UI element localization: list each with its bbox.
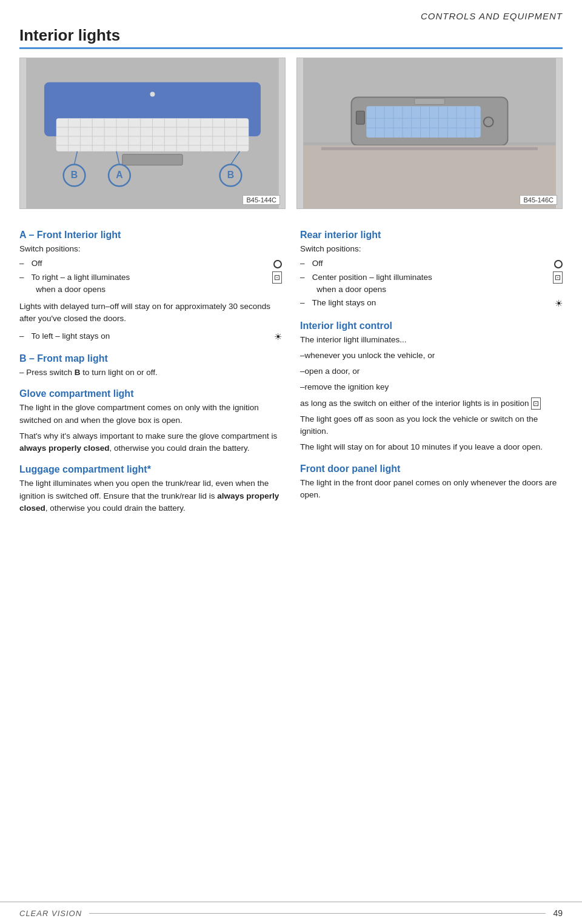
rays-icon-2: ☀ — [555, 297, 563, 311]
off-circle-icon — [273, 260, 282, 268]
dash-2: – — [19, 271, 29, 284]
rear-interior-image: B45-146C — [296, 58, 563, 209]
ic-text-1: The interior light illuminates... — [300, 334, 563, 346]
right-column: Rear interior light Switch positions: – … — [300, 220, 563, 518]
rear-sw-center-icon: ⊡ — [540, 271, 563, 284]
delay-text: Lights with delayed turn–off will stay o… — [19, 301, 282, 325]
glove-heading: Glove compartment light — [19, 388, 282, 399]
footer-divider — [89, 913, 546, 914]
sw-rays-icon-1: ☀ — [259, 330, 282, 344]
front-door-heading: Front door panel light — [300, 464, 563, 474]
switch-right-row: – To right – a light illuminates when a … — [19, 271, 282, 296]
rear-switch-center-row: – Center position – light illuminates wh… — [300, 271, 563, 296]
sw-rays-icon-2: ☀ — [540, 297, 563, 311]
lamp-icon-1: ⊡ — [272, 271, 282, 284]
rear-sw-center-text: Center position – light illuminates when… — [310, 271, 540, 296]
rear-sw-off-icon — [540, 258, 563, 270]
ic-text-5: as long as the switch on either of the i… — [300, 397, 563, 410]
two-col-content: A – Front Interior light Switch position… — [19, 220, 563, 518]
rear-switch-off-row: – Off — [300, 258, 563, 270]
lamp-icon-3: ⊡ — [531, 397, 541, 410]
front-image-caption: B45-144C — [242, 195, 280, 205]
glove-text-1: The light in the glove compartment comes… — [19, 402, 282, 427]
luggage-heading: Luggage compartment light* — [19, 464, 282, 475]
page-header: CONTROLS AND EQUIPMENT — [0, 0, 582, 26]
front-interior-heading: A – Front Interior light — [19, 230, 282, 241]
rear-image-caption: B45-146C — [520, 195, 557, 205]
rear-switch-label: Switch positions: — [300, 243, 563, 255]
sw-right-text: To right – a light illuminates when a do… — [29, 271, 259, 296]
front-interior-image: B A B B45-144C — [19, 58, 286, 209]
front-door-text: The light in the front door panel comes … — [300, 477, 563, 502]
rear-dash-3: – — [300, 297, 310, 309]
page-footer: CLEAR VISION 49 — [0, 902, 582, 924]
ic-text-7: The light will stay on for about 10 minu… — [300, 441, 563, 453]
sw-left-text: To left – light stays on — [29, 330, 259, 342]
switch-off-row: – Off — [19, 258, 282, 270]
interior-control-heading: Interior light control — [300, 321, 563, 331]
left-column: A – Front Interior light Switch position… — [19, 220, 282, 518]
rear-switch-on-row: – The light stays on ☀ — [300, 297, 563, 311]
header-title: CONTROLS AND EQUIPMENT — [421, 11, 563, 21]
ic-text-3: –open a door, or — [300, 365, 563, 377]
rear-light-heading: Rear interior light — [300, 230, 563, 241]
section-title: Interior lights — [19, 26, 563, 49]
rear-sw-off-text: Off — [310, 258, 540, 270]
svg-rect-21 — [122, 155, 182, 165]
footer-left-text: CLEAR VISION — [19, 909, 82, 918]
svg-text:B: B — [71, 170, 78, 180]
sw-off-icon — [259, 258, 282, 270]
rear-off-circle-icon — [554, 260, 563, 268]
page-number: 49 — [553, 908, 563, 918]
ic-text-2: –whenever you unlock the vehicle, or — [300, 350, 563, 362]
svg-point-31 — [150, 92, 155, 97]
sw-right-icon: ⊡ — [259, 271, 282, 284]
svg-rect-50 — [356, 111, 364, 124]
rear-sw-on-text: The light stays on — [310, 297, 540, 309]
svg-rect-52 — [415, 98, 445, 104]
dash-1: – — [19, 258, 29, 270]
rear-dash-2: – — [300, 271, 310, 284]
images-row: B A B B45-144C — [19, 58, 563, 209]
switch-left-row: – To left – light stays on ☀ — [19, 330, 282, 344]
lamp-icon-2: ⊡ — [553, 271, 563, 284]
svg-text:A: A — [116, 170, 123, 180]
luggage-text: The light illuminates when you open the … — [19, 477, 282, 514]
dash-3: – — [19, 330, 29, 342]
svg-rect-53 — [303, 145, 556, 208]
sw-off-text: Off — [29, 258, 259, 270]
ic-text-6: The light goes off as soon as you lock t… — [300, 413, 563, 438]
rear-dash-1: – — [300, 258, 310, 270]
svg-rect-54 — [321, 147, 538, 150]
front-switch-label: Switch positions: — [19, 243, 282, 255]
glove-text-2: That's why it's always important to make… — [19, 430, 282, 455]
front-map-text: – Press switch B to turn light on or off… — [19, 367, 282, 379]
front-map-heading: B – Front map light — [19, 353, 282, 364]
svg-rect-35 — [366, 106, 480, 138]
svg-text:B: B — [227, 170, 234, 180]
ic-text-4: –remove the ignition key — [300, 381, 563, 393]
rays-icon-1: ☀ — [274, 330, 282, 344]
